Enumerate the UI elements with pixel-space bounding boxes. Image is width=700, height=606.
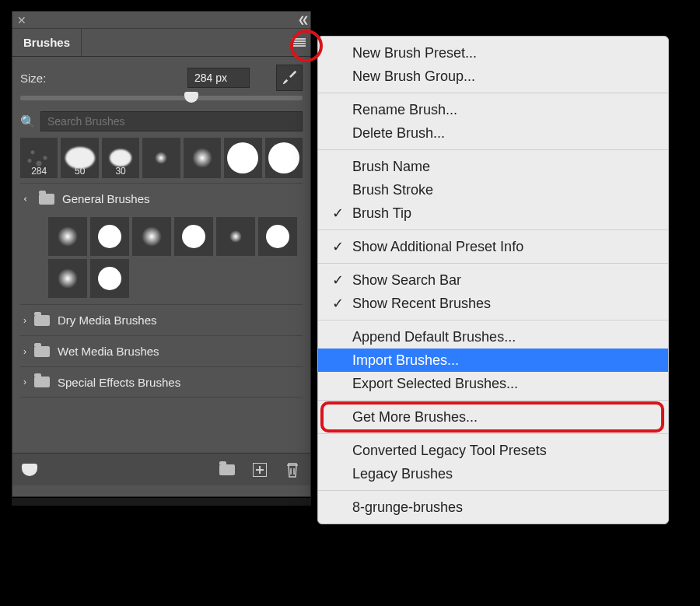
folder-dry[interactable]: › Dry Media Brushes (20, 304, 303, 335)
folder-icon (39, 194, 54, 205)
check-icon: ✓ (332, 271, 344, 289)
check-icon: ✓ (332, 205, 344, 222)
slider-thumb[interactable] (184, 92, 198, 103)
chevron-right-icon: › (23, 346, 26, 357)
collapse-icon[interactable]: ❮❮ (298, 15, 306, 25)
trash-icon (285, 462, 299, 478)
folder-label: Dry Media Brushes (58, 314, 157, 327)
menu-brush-stroke[interactable]: Brush Stroke (318, 178, 668, 201)
search-input[interactable] (40, 111, 303, 131)
chevron-right-icon: › (23, 377, 26, 387)
search-icon: 🔍 (20, 114, 36, 129)
menu-legacy[interactable]: Legacy Brushes (318, 462, 668, 485)
menu-new-group[interactable]: New Brush Group... (318, 65, 668, 88)
brush-thumb[interactable]: 30 (102, 138, 139, 178)
menu-show-recent[interactable]: ✓Show Recent Brushes (318, 292, 668, 315)
brush-thumb[interactable] (48, 259, 87, 298)
brush-thumb[interactable] (174, 217, 213, 256)
hamburger-icon (292, 38, 306, 47)
chevron-down-icon: ⌄ (22, 195, 33, 203)
preview-thumb[interactable] (22, 464, 37, 476)
flyout-menu: New Brush Preset... New Brush Group... R… (317, 36, 669, 524)
menu-show-search[interactable]: ✓Show Search Bar (318, 268, 668, 292)
check-icon: ✓ (332, 295, 344, 312)
check-icon: ✓ (332, 238, 344, 255)
flyout-menu-button[interactable] (287, 29, 310, 56)
menu-import[interactable]: Import Brushes... (318, 349, 668, 372)
close-icon[interactable]: ✕ (17, 14, 26, 26)
brush-thumb[interactable]: 50 (61, 138, 98, 178)
folder-icon (34, 315, 50, 326)
folder-general[interactable]: ⌄ General Brushes (20, 183, 303, 214)
plus-box-icon (253, 463, 267, 477)
flip-brush-button[interactable] (276, 65, 303, 91)
folder-fx[interactable]: › Special Effects Brushes (20, 366, 303, 398)
menu-append[interactable]: Append Default Brushes... (318, 325, 668, 349)
tab-row: Brushes (12, 29, 310, 57)
delete-button[interactable] (284, 462, 301, 478)
brush-thumb[interactable] (184, 138, 221, 178)
open-folder-button[interactable] (219, 462, 236, 478)
folder-icon (34, 346, 50, 357)
menu-grunge[interactable]: 8-grunge-brushes (318, 496, 668, 519)
menu-rename[interactable]: Rename Brush... (318, 98, 668, 121)
folder-wet[interactable]: › Wet Media Brushes (20, 335, 303, 366)
brush-thumb[interactable] (224, 138, 261, 178)
folder-label: Special Effects Brushes (58, 376, 180, 389)
general-brush-grid (20, 214, 303, 304)
folder-label: Wet Media Brushes (58, 345, 159, 358)
menu-delete[interactable]: Delete Brush... (318, 121, 668, 145)
recent-brushes: 284 50 30 (20, 138, 303, 178)
folder-icon (219, 464, 235, 475)
panel-footer (12, 453, 310, 485)
size-label: Size: (20, 72, 46, 85)
brush-thumb[interactable] (216, 217, 255, 256)
brush-thumb[interactable] (258, 217, 297, 256)
menu-export[interactable]: Export Selected Brushes... (318, 372, 668, 395)
brush-thumb[interactable] (142, 138, 180, 178)
size-slider[interactable] (20, 96, 303, 100)
size-row: Size: (20, 65, 303, 91)
folder-icon (34, 377, 50, 387)
brush-icon (281, 69, 298, 86)
menu-converted[interactable]: Converted Legacy Tool Presets (318, 439, 668, 462)
brush-thumb[interactable] (90, 259, 129, 298)
new-brush-button[interactable] (251, 462, 268, 478)
menu-brush-name[interactable]: Brush Name (318, 155, 668, 178)
brush-thumb[interactable]: 284 (20, 138, 58, 178)
brush-thumb[interactable] (132, 217, 171, 256)
menu-new-preset[interactable]: New Brush Preset... (318, 41, 668, 65)
brush-thumb[interactable] (90, 217, 129, 256)
brush-thumb[interactable] (48, 217, 87, 256)
menu-show-info[interactable]: ✓Show Additional Preset Info (318, 235, 668, 258)
menu-brush-tip[interactable]: ✓Brush Tip (318, 201, 668, 225)
brushes-panel: ✕ ❮❮ Brushes Size: 🔍 284 50 30 (12, 11, 311, 497)
size-input[interactable] (187, 68, 250, 88)
chevron-right-icon: › (23, 315, 26, 326)
folder-label: General Brushes (62, 192, 150, 205)
tab-brushes[interactable]: Brushes (12, 29, 82, 56)
brush-thumb[interactable] (265, 138, 303, 178)
panel-titlebar: ✕ ❮❮ (12, 12, 310, 29)
menu-get-more[interactable]: Get More Brushes... (318, 405, 668, 429)
